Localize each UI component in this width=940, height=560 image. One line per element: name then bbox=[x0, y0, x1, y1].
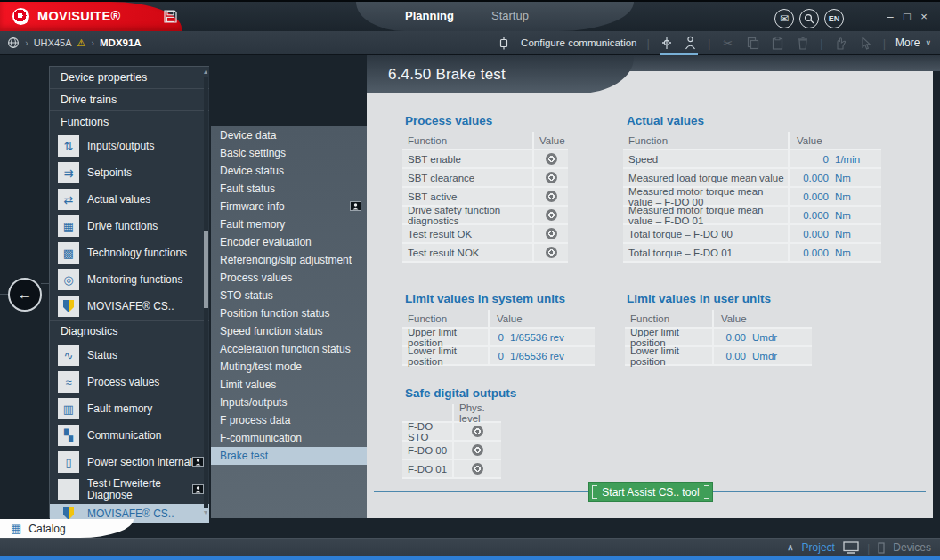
sidebar-item-fault-memory[interactable]: ▥ Fault memory bbox=[50, 395, 209, 422]
value: 0.000 bbox=[790, 191, 829, 202]
delete-icon[interactable] bbox=[795, 35, 810, 51]
configure-communication-label[interactable]: Configure communication bbox=[521, 37, 636, 48]
actual-values-icon: ⇄ bbox=[58, 189, 79, 210]
table-row: Lower limit position0.00Umdr bbox=[625, 347, 812, 366]
more-menu[interactable]: More ∨ bbox=[895, 37, 931, 49]
maximize-button[interactable]: □ bbox=[900, 10, 914, 23]
value: 0 bbox=[490, 351, 504, 361]
device-icon[interactable] bbox=[878, 542, 885, 554]
language-button[interactable]: EN bbox=[824, 9, 844, 28]
limit-user-table: Function Value Upper limit position0.00U… bbox=[625, 310, 812, 366]
sidebar-item-inputs-outputs[interactable]: ⇅ Inputs/outputs bbox=[50, 133, 209, 159]
nav2-item-firmware-info[interactable]: Firmware info bbox=[211, 198, 367, 215]
sidebar-item-drive-functions[interactable]: ▦ Drive functions bbox=[50, 213, 209, 239]
nav2-item-fault-status[interactable]: Fault status bbox=[211, 180, 367, 198]
pulse-icon: ∿ bbox=[58, 345, 79, 366]
nav2-item-limit-values[interactable]: Limit values bbox=[211, 376, 367, 394]
nav2-item-process-values[interactable]: Process values bbox=[211, 269, 367, 287]
process-values-heading: Process values bbox=[405, 114, 492, 127]
drive-functions-icon: ▦ bbox=[58, 215, 79, 237]
breadcrumb-device-uhx45a[interactable]: UHX45A bbox=[34, 37, 72, 48]
sidebar-item-status[interactable]: ∿ Status bbox=[50, 342, 209, 369]
copy-icon[interactable] bbox=[745, 35, 760, 51]
setpoints-icon: ⇉ bbox=[58, 162, 79, 183]
connection-mode-icon[interactable] bbox=[660, 35, 675, 51]
nav2-item-brake-test[interactable]: Brake test bbox=[211, 447, 367, 465]
nav2-item-device-status[interactable]: Device status bbox=[211, 162, 367, 180]
scroll-down-icon[interactable]: ▾ bbox=[202, 508, 209, 517]
sidebar-item-communication[interactable]: ▚ Communication bbox=[50, 422, 209, 449]
cut-icon[interactable]: ✂ bbox=[720, 35, 735, 51]
nav2-item-f-communication[interactable]: F-communication bbox=[211, 429, 367, 447]
breadcrumb: › UHX45A ⚠ › MDX91A bbox=[7, 31, 142, 54]
envelope-icon: ✉ bbox=[780, 12, 789, 25]
breadcrumb-separator: › bbox=[25, 37, 28, 48]
sidebar-item-device-properties[interactable]: Device properties bbox=[50, 67, 209, 88]
search-button[interactable] bbox=[799, 9, 819, 28]
sidebar-item-power-section-internal[interactable]: ▯ Power section internal bbox=[50, 449, 209, 475]
close-button[interactable]: × bbox=[917, 10, 931, 23]
project-view-toggle[interactable]: Project bbox=[802, 541, 835, 554]
nav2-item-sto-status[interactable]: STO status bbox=[211, 287, 367, 304]
collapse-panel-button[interactable]: ← bbox=[8, 278, 42, 312]
nav2-item-encoder-evaluation[interactable]: Encoder evaluation bbox=[211, 233, 367, 251]
tab-startup[interactable]: Startup bbox=[491, 9, 529, 22]
nav2-item-inputs-outputs[interactable]: Inputs/outputs bbox=[211, 394, 367, 411]
sidebar-scrollbar-thumb[interactable] bbox=[204, 231, 208, 308]
nav2-item-f-process-data[interactable]: F process data bbox=[211, 411, 367, 429]
configure-communication-icon[interactable] bbox=[496, 35, 511, 51]
sidebar-item-process-values[interactable]: ≈ Process values bbox=[50, 369, 209, 395]
nav2-item-speed-function-status[interactable]: Speed function status bbox=[211, 322, 367, 340]
table-row: F-DO 00 bbox=[402, 442, 501, 460]
select-cursor-icon[interactable] bbox=[858, 35, 873, 51]
nav2-item-fault-memory[interactable]: Fault memory bbox=[211, 215, 367, 233]
nav2-item-acceleration-function-status[interactable]: Acceleration function status bbox=[211, 340, 367, 358]
value: 0.000 bbox=[790, 248, 829, 258]
value: 0.000 bbox=[790, 210, 829, 221]
start-assist-cs-tool-button[interactable]: Start Assist CS.. tool bbox=[588, 482, 713, 502]
paste-icon[interactable] bbox=[770, 35, 785, 51]
table-row: SBT clearance bbox=[402, 169, 568, 188]
expand-panel-icon[interactable]: ∧ bbox=[787, 545, 793, 550]
network-root-icon[interactable] bbox=[7, 37, 20, 49]
unit: 1/min bbox=[835, 154, 860, 165]
nav2-item-muting-test-mode[interactable]: Muting/test mode bbox=[211, 358, 367, 376]
scroll-up-icon[interactable]: ▴ bbox=[202, 68, 209, 77]
page-title: 6.4.50 Brake test bbox=[388, 66, 506, 84]
inputs-outputs-icon: ⇅ bbox=[58, 135, 79, 157]
unit: 1/65536 rev bbox=[510, 351, 564, 361]
value: 0.000 bbox=[790, 173, 829, 183]
value: 0.00 bbox=[714, 332, 746, 343]
save-icon[interactable] bbox=[163, 9, 178, 24]
nav2-item-referencing-slip-adjustment[interactable]: Referencing/slip adjustment bbox=[211, 251, 367, 269]
table-row: Total torque – F-DO 000.000Nm bbox=[623, 225, 881, 244]
catalog-tab[interactable]: ▦ Catalog bbox=[0, 519, 134, 538]
devices-view-toggle[interactable]: Devices bbox=[893, 541, 931, 554]
shield-icon bbox=[63, 300, 74, 312]
actual-values-heading: Actual values bbox=[627, 114, 704, 127]
sidebar-item-test-erweiterte-diagnose[interactable]: Test+Erweiterte Diagnose bbox=[50, 475, 209, 504]
catalog-label: Catalog bbox=[28, 523, 65, 535]
sidebar-item-setpoints[interactable]: ⇉ Setpoints bbox=[50, 159, 209, 186]
user-mode-icon[interactable] bbox=[683, 35, 698, 51]
messages-button[interactable]: ✉ bbox=[774, 9, 794, 28]
minimize-button[interactable]: – bbox=[883, 10, 897, 23]
nav2-item-position-function-status[interactable]: Position function status bbox=[211, 304, 367, 322]
nav2-item-device-data[interactable]: Device data bbox=[211, 126, 367, 144]
status-led-icon bbox=[546, 228, 557, 239]
table-header: Function Value bbox=[402, 132, 568, 150]
tab-planning[interactable]: Planning bbox=[405, 9, 454, 22]
sidebar-item-drive-trains[interactable]: Drive trains bbox=[50, 88, 209, 110]
breadcrumb-device-mdx91a[interactable]: MDX91A bbox=[100, 37, 142, 48]
nav2-item-basic-settings[interactable]: Basic settings bbox=[211, 144, 367, 162]
unit: Umdr bbox=[752, 332, 777, 343]
monitor-icon[interactable] bbox=[843, 541, 859, 554]
sidebar-item-monitoring-functions[interactable]: ◎ Monitoring functions bbox=[50, 266, 209, 293]
pan-hand-icon[interactable] bbox=[833, 35, 848, 51]
fault-memory-icon: ▥ bbox=[58, 398, 79, 419]
sidebar-item-technology-functions[interactable]: ▩ Technology functions bbox=[50, 239, 209, 266]
table-row: Test result OK bbox=[402, 225, 568, 244]
arrow-left-icon: ← bbox=[18, 286, 33, 304]
sidebar-item-actual-values[interactable]: ⇄ Actual values bbox=[50, 186, 209, 213]
sidebar-item-movisafe-functions[interactable]: MOVISAFE® CS.. bbox=[50, 293, 209, 320]
